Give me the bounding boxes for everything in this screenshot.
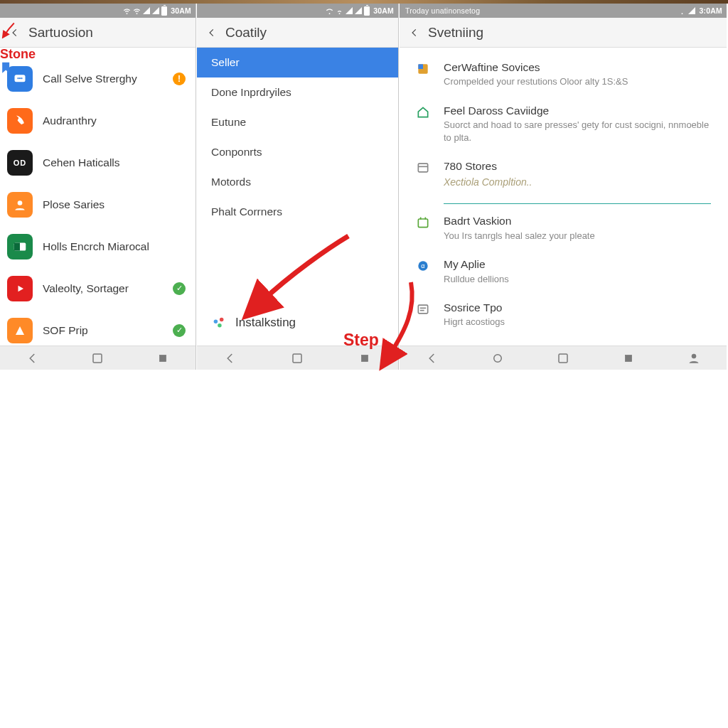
settings-row[interactable]: Holls Encrch Miarocal	[0, 225, 196, 267]
svg-rect-25	[418, 305, 427, 314]
category-list: SellerDone InprdryilesEutuneConponrtsMot…	[197, 48, 398, 346]
settings-row[interactable]: Valeolty, Sortager✓	[0, 267, 196, 309]
wifi-icon	[678, 7, 686, 15]
app-label: Plose Saries	[43, 198, 105, 211]
nav-home-button[interactable]	[621, 350, 636, 366]
category-row[interactable]: Phalt Corrners	[197, 197, 398, 227]
settings-item-title: 780 Stores	[444, 159, 532, 173]
status-bar: 30AM	[197, 4, 398, 18]
app-label: Holls Encrch Miarocal	[43, 240, 149, 253]
settings-app-list: Call Selve Strerghy!AudranthryODCehen Ha…	[0, 48, 196, 346]
check-badge-icon: ✓	[173, 324, 186, 337]
wifi-icon	[123, 7, 131, 15]
app-icon	[7, 276, 33, 301]
settings-item-text: Sosrice TpoHigrt acostiogs	[444, 301, 505, 328]
back-button[interactable]	[6, 23, 24, 42]
settings-item-icon	[415, 105, 431, 120]
settings-row[interactable]: Audranthry	[0, 100, 196, 141]
settings-item-icon	[415, 215, 431, 230]
svg-text:α: α	[421, 263, 425, 270]
svg-rect-10	[160, 355, 166, 361]
nav-recent-button[interactable]	[555, 350, 571, 366]
settings-row[interactable]: SOF Prip✓	[0, 309, 196, 346]
svg-rect-30	[626, 355, 632, 361]
svg-point-2	[19, 77, 21, 79]
recent-apps-icon	[91, 352, 104, 365]
svg-point-28	[494, 354, 502, 362]
settings-item[interactable]: 780 StoresXectiola Compltion..	[415, 159, 711, 187]
nav-recent-button[interactable]	[289, 350, 305, 366]
svg-rect-18	[418, 164, 427, 173]
settings-item[interactable]: αMy AplieRulldue dellions	[415, 257, 711, 285]
square-icon	[358, 352, 371, 365]
wifi-icon	[133, 7, 141, 15]
category-row[interactable]: Eutune	[197, 107, 398, 137]
nav-back-button[interactable]	[424, 350, 440, 366]
battery-icon	[161, 6, 167, 16]
nav-home-button[interactable]	[155, 350, 171, 366]
status-bar: Troday unatinonsetog 3:0AM	[400, 4, 727, 18]
app-icon	[7, 66, 33, 92]
settings-item-title: Feel Daross Caviidge	[444, 104, 711, 117]
status-icons: 30AM	[326, 6, 394, 16]
alert-badge-icon: !	[173, 73, 186, 85]
settings-list: CerWaftine SovicesCrompelded your restut…	[400, 48, 727, 346]
app-bar: Coatily	[197, 18, 398, 48]
app-icon	[7, 108, 33, 134]
back-button[interactable]	[405, 23, 424, 42]
settings-item-text: Feel Daross CaviidgeSuorct and hoad to s…	[444, 104, 711, 144]
arrow-left-icon	[224, 352, 237, 365]
svg-point-4	[18, 200, 23, 205]
settings-item-title: CerWaftine Sovices	[444, 60, 628, 74]
page-title: Sartuosion	[28, 25, 93, 41]
install-label: Instalksting	[235, 316, 296, 330]
status-bar: 30AM	[0, 4, 196, 18]
settings-item-text: Badrt VaskionYou Irs tanrgls heal salez …	[444, 214, 595, 242]
cell-signal-icon	[346, 7, 353, 14]
nav-back-button[interactable]	[25, 350, 41, 366]
category-row[interactable]: Conponrts	[197, 137, 398, 167]
settings-item-title: Sosrice Tpo	[444, 301, 505, 314]
person-icon	[687, 352, 700, 365]
category-row[interactable]: Motords	[197, 167, 398, 197]
back-button[interactable]	[203, 23, 221, 42]
svg-point-12	[220, 318, 224, 322]
settings-row[interactable]: Call Selve Strerghy!	[0, 58, 196, 100]
install-row[interactable]: Instalksting	[197, 305, 398, 341]
app-icon	[7, 318, 33, 343]
nav-bar	[0, 346, 196, 370]
settings-item[interactable]: Badrt VaskionYou Irs tanrgls heal salez …	[415, 214, 711, 242]
status-icons: 3:0AM	[678, 6, 722, 15]
settings-row[interactable]: Plose Saries	[0, 183, 196, 225]
device-panel-2: 30AM Coatily SellerDone InprdryilesEutun…	[197, 4, 399, 370]
settings-row[interactable]: ODCehen Haticalls	[0, 141, 196, 183]
settings-item-input[interactable]: Xectiola Compltion..	[444, 176, 532, 188]
app-icon: OD	[7, 150, 33, 176]
app-label: Call Selve Strerghy	[43, 73, 137, 85]
cell-signal-icon	[355, 7, 362, 14]
nav-recent-button[interactable]	[90, 350, 105, 366]
settings-item-subtitle: Rulldue dellions	[444, 273, 509, 286]
category-row[interactable]: Done Inprdryiles	[197, 77, 398, 107]
input-underline	[444, 203, 711, 205]
settings-item[interactable]: Feel Daross CaviidgeSuorct and hoad to s…	[415, 104, 711, 144]
settings-item-text: CerWaftine SovicesCrompelded your restut…	[444, 60, 628, 88]
svg-rect-15	[361, 355, 368, 361]
svg-rect-20	[418, 219, 427, 228]
svg-point-11	[214, 319, 218, 323]
nav-circle-button[interactable]	[490, 350, 505, 366]
settings-item-title: Badrt Vaskion	[444, 214, 595, 228]
app-bar: Svetniing	[400, 18, 727, 48]
category-row[interactable]: Seller	[197, 48, 398, 77]
status-clock: 3:0AM	[699, 6, 722, 15]
status-clock: 30AM	[373, 6, 394, 15]
arrow-left-icon	[426, 352, 439, 365]
svg-rect-17	[418, 64, 423, 69]
settings-item[interactable]: Sosrice TpoHigrt acostiogs	[415, 301, 711, 328]
settings-item-icon	[415, 61, 431, 77]
nav-back-button[interactable]	[223, 350, 238, 366]
nav-home-button[interactable]	[357, 350, 373, 366]
settings-item[interactable]: CerWaftine SovicesCrompelded your restut…	[415, 60, 711, 88]
nav-person-button[interactable]	[686, 350, 702, 366]
recent-apps-icon	[557, 352, 569, 365]
